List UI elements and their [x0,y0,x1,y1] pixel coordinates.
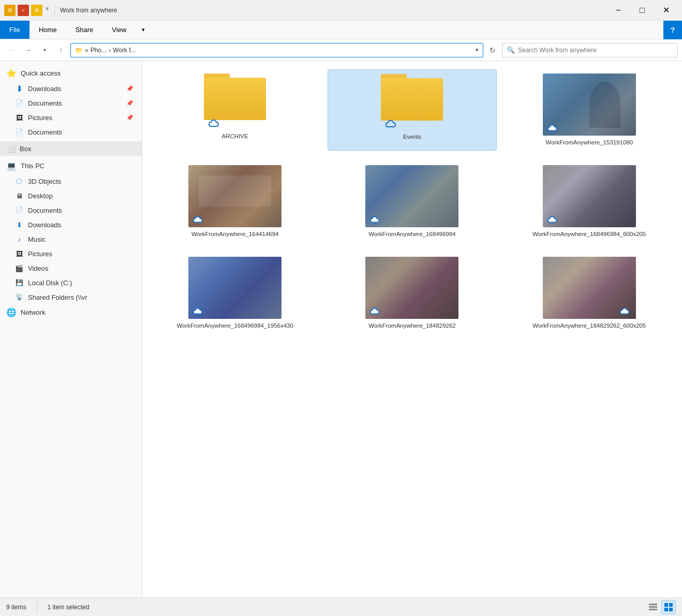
minimize-button[interactable]: − [606,0,630,21]
svg-rect-6 [669,608,673,611]
pictures-pc-label: Pictures [28,250,52,258]
localdisk-label: Local Disk (C:) [28,279,72,287]
content-area: ARCHIVE Events [142,61,682,597]
photo-wrapper-1 [543,74,636,136]
tab-share[interactable]: Share [66,21,103,39]
title-bar: ⊞ ✓ ⊞ ▾ Work from anywhere − □ ✕ [0,0,682,21]
file-name-photo4: WorkFromAnywhere_168496984_600x205 [532,230,646,238]
cloud-icon-archive [207,117,223,129]
sidebar-item-documents-quick2[interactable]: 📄 Documents [0,125,142,139]
file-item-photo2[interactable]: WorkFromAnywhere_164414694 [151,161,319,242]
sidebar-item-localdisk[interactable]: 💾 Local Disk (C:) [0,275,142,290]
localdisk-icon: 💾 [14,278,24,287]
search-icon: 🔍 [507,46,515,54]
pin-icon-1: 📌 [126,85,134,92]
files-grid: ARCHIVE Events [151,69,674,334]
file-item-archive[interactable]: ARCHIVE [151,69,319,151]
sidebar-item-documents-pc[interactable]: 📄 Documents [0,203,142,217]
network-icon: 🌐 [6,307,17,317]
shared-label: Shared Folders (\\vr [28,294,87,301]
large-icons-view-button[interactable] [661,600,676,614]
sidebar-item-music[interactable]: ♪ Music [0,232,142,246]
address-path[interactable]: 📁 « Pho... › Work f... ▾ [70,43,483,57]
help-button[interactable]: ? [663,21,682,39]
svg-rect-2 [649,609,657,610]
file-name-photo6: WorkFromAnywhere_184829262 [368,322,456,330]
file-item-photo7[interactable]: WorkFromAnywhere_184829262_600x205 [505,253,674,334]
sidebar-thispc-header[interactable]: 💻 This PC [0,158,142,174]
sidebar-item-shared[interactable]: 📡 Shared Folders (\\vr [0,290,142,304]
downloads-icon: ⬇ [14,84,24,93]
thispc-label: This PC [21,162,45,170]
cloud-icon-photo7 [618,305,633,317]
file-name-photo2: WorkFromAnywhere_164414694 [191,230,279,238]
file-name-events: Events [403,133,421,141]
svg-rect-3 [664,603,668,607]
svg-rect-5 [664,608,668,611]
ribbon-dropdown[interactable]: ▾ [136,21,151,39]
selected-count: 1 item selected [48,604,90,611]
breadcrumb-pho[interactable]: Pho... [91,47,107,54]
photo-wrapper-3 [365,165,458,227]
3dobjects-label: 3D Objects [28,178,61,185]
ribbon: File Home Share View ▾ ? [0,21,682,39]
search-box[interactable]: 🔍 [502,43,678,57]
sidebar-item-downloads-quick[interactable]: ⬇ Downloads 📌 [0,81,142,96]
pin-icon-3: 📌 [126,114,134,121]
documents-label-1: Documents [28,99,62,107]
tab-view[interactable]: View [102,21,136,39]
details-view-icon [648,603,658,612]
pictures-icon: 🖼 [14,113,24,122]
box-icon: ⬜ [6,144,16,153]
cloud-icon-events [384,118,399,130]
title-bar-icons: ⊞ ✓ ⊞ ▾ [4,5,49,16]
sidebar-item-3dobjects[interactable]: ⬡ 3D Objects [0,174,142,188]
photo-wrapper-2 [188,165,281,227]
up-button[interactable]: ↑ [54,43,68,57]
sidebar-item-videos[interactable]: 🎬 Videos [0,261,142,275]
file-item-photo1[interactable]: WorkFromAnywhere_153191080 [505,69,674,151]
search-input[interactable] [518,47,673,54]
sidebar-item-downloads-pc[interactable]: ⬇ Downloads [0,217,142,232]
breadcrumb-work[interactable]: Work f... [113,47,136,54]
details-view-button[interactable] [646,600,660,614]
sidebar-item-pictures-quick[interactable]: 🖼 Pictures 📌 [0,110,142,125]
videos-label: Videos [28,265,49,272]
main-layout: ⭐ Quick access ⬇ Downloads 📌 📄 Documents… [0,61,682,597]
maximize-button[interactable]: □ [630,0,654,21]
file-item-photo4[interactable]: WorkFromAnywhere_168496984_600x205 [505,161,674,242]
address-dropdown[interactable]: ▾ [476,47,479,53]
recent-button[interactable]: ▾ [37,43,52,57]
photo-wrapper-6 [365,257,458,319]
cloud-icon-photo6 [368,305,383,317]
back-button[interactable]: ← [4,43,19,57]
item-count: 9 items [6,604,26,611]
forward-button[interactable]: → [21,43,35,57]
cloud-icon-photo5 [191,305,206,317]
folder-body-archive [204,78,266,120]
sidebar-item-box[interactable]: ⬜ Box [0,141,142,156]
folder-icon-addr: 📁 [75,47,83,54]
desktop-label: Desktop [28,192,53,200]
tab-file[interactable]: File [0,21,29,39]
titlebar-dropdown[interactable]: ▾ [46,5,49,16]
sidebar-quick-access-header[interactable]: ⭐ Quick access [0,65,142,81]
desktop-icon: 🖥 [14,191,24,200]
sidebar-item-desktop[interactable]: 🖥 Desktop [0,188,142,203]
file-item-photo3[interactable]: WorkFromAnywhere_168496984 [328,161,496,242]
file-item-events[interactable]: Events [328,69,496,151]
person-silhouette-1 [589,81,620,128]
documents-icon-1: 📄 [14,98,24,108]
tab-home[interactable]: Home [29,21,66,39]
sidebar-item-documents-quick[interactable]: 📄 Documents 📌 [0,96,142,110]
file-item-photo5[interactable]: WorkFromAnywhere_168496984_1956x430 [151,253,319,334]
pictures-label: Pictures [28,114,52,122]
file-item-photo6[interactable]: WorkFromAnywhere_184829262 [328,253,496,334]
close-button[interactable]: ✕ [654,0,678,21]
sidebar-item-pictures-pc[interactable]: 🖼 Pictures [0,246,142,261]
documents-label-2: Documents [28,128,62,136]
sidebar-network-header[interactable]: 🌐 Network [0,304,142,320]
refresh-button[interactable]: ↻ [485,43,500,57]
svg-rect-0 [649,604,657,605]
file-name-photo7: WorkFromAnywhere_184829262_600x205 [532,322,646,330]
